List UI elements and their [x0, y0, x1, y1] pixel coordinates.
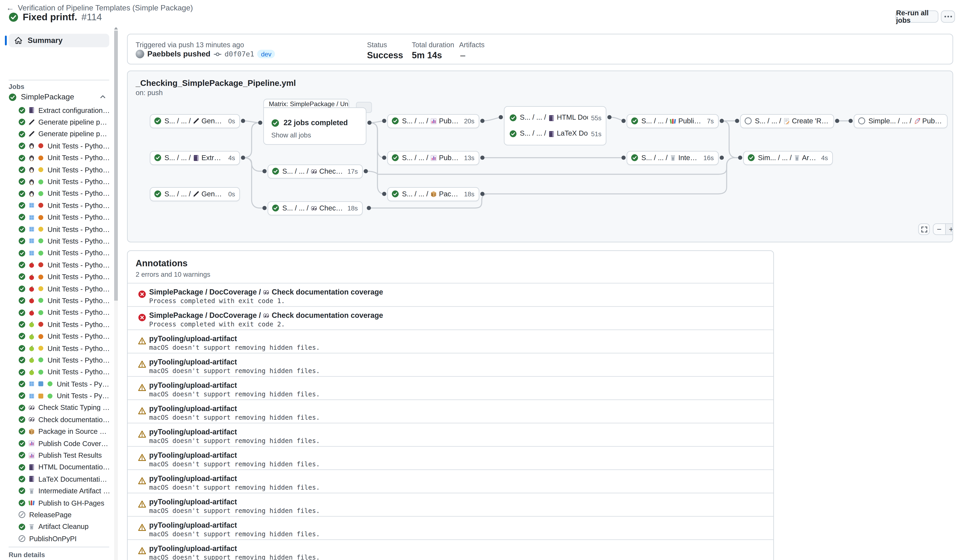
sidebar-item-package-in-source-and-wheel[interactable]: Package in Source and Wheel... — [19, 426, 110, 438]
sidebar-item-latex-documentation-using[interactable]: LaTeX Documentation using ... — [19, 473, 110, 485]
graph-node-pubcov[interactable]: S... / ... / Publish Code C...20s — [387, 114, 480, 128]
annotation-title[interactable]: SimplePackage / DocCoverage / Check docu… — [149, 311, 383, 320]
graph-node-pypi[interactable]: Simple... / ... / Publish to PyPI — [854, 114, 948, 128]
annotation-message: macOS doesn't support removing hidden fi… — [149, 483, 320, 491]
sidebar-item-unit-tests-python-3-12[interactable]: Unit Tests - Python 3.12 — [19, 378, 110, 390]
check-icon — [19, 309, 25, 316]
sidebar-item-publishonpypi[interactable]: PublishOnPyPI — [19, 533, 110, 544]
run-summary-card: Triggered via push 13 minutes ago Paebbe… — [127, 34, 953, 64]
sidebar-item-publish-to-gh-pages[interactable]: Publish to GH-Pages — [19, 497, 110, 509]
annotation-title[interactable]: pyTooling/upload-artifact — [149, 544, 237, 553]
annotation-title[interactable]: pyTooling/upload-artifact — [149, 404, 237, 413]
sidebar-item-unit-tests-python-3-11[interactable]: Unit Tests - Python 3.11 — [19, 223, 110, 235]
more-options-button[interactable] — [941, 11, 955, 23]
graph-node-ghpages[interactable]: S... / ... / Publish to GH-P...7s — [627, 114, 719, 128]
show-all-jobs-link[interactable]: Show all jobs — [271, 131, 311, 139]
sidebar-item-unit-tests-python-3-11[interactable]: Unit Tests - Python 3.11 — [19, 164, 110, 176]
chevron-up-icon[interactable] — [99, 93, 107, 100]
annotation-title[interactable]: pyTooling/upload-artifact — [149, 497, 237, 506]
graph-node-pubtest[interactable]: S... / ... / Publish Test Re...13s — [387, 151, 480, 165]
annotation-title[interactable]: pyTooling/upload-artifact — [149, 474, 237, 483]
sidebar-item-publish-code-coverage-results[interactable]: Publish Code Coverage Results — [19, 438, 110, 449]
sidebar-item-generate-pipeline-parameters[interactable]: Generate pipeline parameters — [19, 128, 110, 140]
scrollbar-thumb[interactable] — [114, 31, 118, 301]
sidebar-item-unit-tests-python-3-9[interactable]: Unit Tests - Python 3.9 — [19, 199, 110, 211]
annotation-title[interactable]: pyTooling/upload-artifact — [149, 521, 237, 530]
graph-node-package[interactable]: S... / ... / Package in Sou...18s — [387, 187, 480, 201]
fullscreen-button[interactable] — [918, 223, 930, 235]
annotation-title[interactable]: pyTooling/upload-artifact — [149, 334, 237, 343]
sidebar-item-unit-tests-python-3-9[interactable]: Unit Tests - Python 3.9 — [19, 140, 110, 152]
check-icon — [631, 154, 638, 162]
annotation-title[interactable]: pyTooling/upload-artifact — [149, 358, 237, 366]
sidebar-item-unit-tests-python-3-10[interactable]: Unit Tests - Python 3.10 — [19, 330, 110, 342]
annotation-title[interactable]: pyTooling/upload-artifact — [149, 428, 237, 436]
graph-node-static[interactable]: S... / ... / Check Static Ty...17s — [267, 164, 363, 178]
sidebar-item-unit-tests-python-3-10[interactable]: Unit Tests - Python 3.10 — [19, 271, 110, 283]
sidebar-item-check-documentation-covera[interactable]: Check documentation covera... — [19, 414, 110, 425]
scrollbar-up-arrow-icon[interactable] — [114, 27, 118, 30]
sidebar-item-unit-tests-python-3-13[interactable]: Unit Tests - Python 3.13 — [19, 307, 110, 318]
sidebar-item-publish-test-results[interactable]: Publish Test Results — [19, 449, 110, 461]
graph-node-doc-latex[interactable]: S... / ... / LaTeX Docume...51s — [505, 126, 606, 141]
trigger-label: Triggered via push 13 minutes ago — [136, 41, 244, 49]
graph-node-doccov[interactable]: S... / ... / Check docume...18s — [267, 201, 363, 215]
annotation-title[interactable]: pyTooling/upload-artifact — [149, 381, 237, 390]
sidebar-group-simplepackage[interactable]: SimplePackage — [9, 91, 109, 102]
fullscreen-icon — [920, 226, 928, 233]
sidebar-item-unit-tests-python-3-9[interactable]: Unit Tests - Python 3.9 — [19, 259, 110, 271]
graph-node-intermediate[interactable]: S... / ... / Intermediate A...16s — [627, 151, 719, 165]
page-scrollbar[interactable] — [114, 28, 118, 560]
sidebar-item-unit-tests-python-3-12[interactable]: Unit Tests - Python 3.12 — [19, 390, 110, 402]
zoom-in-button[interactable]: + — [945, 224, 953, 234]
dot-yellow-icon — [37, 226, 44, 232]
back-link[interactable]: ←Verification of Pipeline Templates (Sim… — [6, 3, 193, 12]
book-icon — [28, 464, 35, 471]
branch-badge[interactable]: dev — [257, 50, 275, 58]
sidebar-item-check-static-typing-using-pyt[interactable]: Check Static Typing using Pyt... — [19, 402, 110, 414]
sidebar-item-html-documentation-using[interactable]: HTML Documentation using ... — [19, 461, 110, 473]
check-icon — [271, 119, 279, 127]
dot-green-icon — [37, 369, 44, 375]
matrix-node[interactable]: 22 jobs completed Show all jobs — [263, 107, 366, 145]
sidebar-item-label: Intermediate Artifact Cleanup — [37, 487, 111, 495]
sidebar-item-unit-tests-python-3-10[interactable]: Unit Tests - Python 3.10 — [19, 152, 110, 164]
actor-name[interactable]: Paebbels pushed — [147, 50, 210, 58]
sidebar-item-summary[interactable]: Summary — [9, 34, 109, 47]
graph-node-release[interactable]: S... / ... / Create 'Release Pa... — [740, 114, 834, 128]
sidebar-item-unit-tests-python-3-9[interactable]: Unit Tests - Python 3.9 — [19, 318, 110, 330]
sidebar-item-artifact-cleanup[interactable]: Artifact Cleanup — [19, 521, 110, 533]
sidebar-item-unit-tests-python-3-12[interactable]: Unit Tests - Python 3.12 — [19, 176, 110, 188]
chevron-up-icon — [99, 93, 107, 100]
commit-hash[interactable]: d0f07e1 — [225, 50, 254, 58]
graph-node-gen2[interactable]: S... / ... / Generate pipelin...0s — [150, 187, 240, 201]
graph-node-extract[interactable]: S... / ... / Extract configur...4s — [150, 151, 240, 165]
avatar[interactable] — [136, 50, 144, 58]
sidebar-item-unit-tests-python-3-11[interactable]: Unit Tests - Python 3.11 — [19, 342, 110, 354]
sidebar-item-unit-tests-python-3-12[interactable]: Unit Tests - Python 3.12 — [19, 354, 110, 366]
graph-node-artifact[interactable]: Sim... / ... / Artifact Cleanup4s — [743, 151, 833, 165]
matrix-tab[interactable]: Matrix: SimplePackage / UnitTest... — [263, 99, 349, 108]
sidebar-item-unit-tests-python-3-13[interactable]: Unit Tests - Python 3.13 — [19, 247, 110, 259]
sidebar-item-unit-tests-python-3-12[interactable]: Unit Tests - Python 3.12 — [19, 235, 110, 247]
sidebar-item-generate-pipeline-parameters[interactable]: Generate pipeline parameters — [19, 116, 110, 128]
sidebar-item-unit-tests-python-3-13[interactable]: Unit Tests - Python 3.13 — [19, 188, 110, 199]
check-icon — [19, 107, 25, 114]
zoom-out-button[interactable]: − — [934, 224, 945, 234]
node-label: S... / ... / LaTeX Docume... — [520, 130, 588, 137]
sidebar-item-unit-tests-python-3-13[interactable]: Unit Tests - Python 3.13 — [19, 366, 110, 378]
annotation-title[interactable]: pyTooling/upload-artifact — [149, 451, 237, 460]
windows-icon — [28, 250, 35, 256]
annotation-title[interactable]: SimplePackage / DocCoverage / Check docu… — [149, 288, 383, 296]
graph-node-gen1[interactable]: S... / ... / Generate pipelin...0s — [150, 114, 240, 128]
sidebar-item-extract-configurations-from-p[interactable]: Extract configurations from p... — [19, 104, 110, 116]
graph-node-doc-html[interactable]: S... / ... / HTML Docume...55s — [505, 110, 606, 125]
sidebar-item-unit-tests-python-3-12[interactable]: Unit Tests - Python 3.12 — [19, 295, 110, 307]
sidebar-item-unit-tests-python-3-10[interactable]: Unit Tests - Python 3.10 — [19, 212, 110, 223]
annotation-warning-row: pyTooling/upload-artifactmacOS doesn't s… — [128, 493, 773, 516]
check-icon — [19, 345, 25, 352]
sidebar-item-unit-tests-python-3-11[interactable]: Unit Tests - Python 3.11 — [19, 283, 110, 295]
rerun-all-jobs-button[interactable]: Re-run all jobs — [895, 11, 939, 23]
sidebar-item-intermediate-artifact-cleanup[interactable]: Intermediate Artifact Cleanup — [19, 485, 110, 497]
sidebar-item-releasepage[interactable]: ReleasePage — [19, 509, 110, 521]
